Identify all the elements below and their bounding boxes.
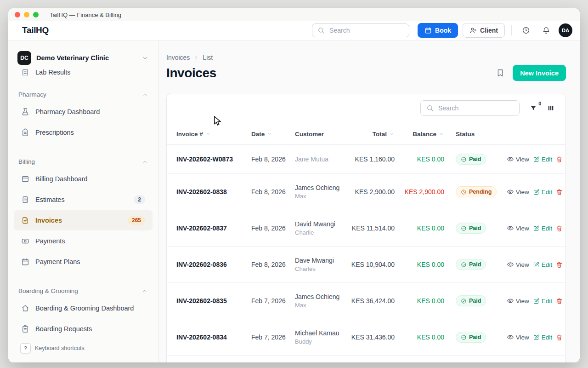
invoice-total: KES 10,904.00 [351, 261, 395, 268]
topbar: TailHQ Book Client DA [8, 21, 580, 41]
edit-icon [533, 261, 540, 268]
sidebar-item-label: Boarding & Grooming Dashboard [35, 305, 134, 312]
delete-button[interactable] [556, 298, 563, 305]
clinic-selector[interactable]: DC Demo Veterinary Clinic [17, 50, 149, 66]
delete-button[interactable] [556, 156, 563, 163]
sidebar-item-label: Payment Plans [35, 258, 80, 265]
invoice-total: KES 11,514.00 [351, 224, 395, 232]
invoice-date: Feb 8, 2026 [251, 155, 295, 163]
global-search[interactable] [312, 23, 409, 37]
minimize-window-button[interactable] [24, 12, 29, 17]
edit-button[interactable]: Edit [533, 334, 552, 341]
delete-button[interactable] [556, 261, 563, 268]
edit-button[interactable]: Edit [533, 189, 552, 196]
invoice-customer: James OchiengMax [295, 184, 351, 200]
eye-icon [507, 188, 514, 196]
columns-button[interactable] [547, 104, 554, 112]
sidebar-item-invoices[interactable]: Invoices265 [14, 210, 153, 230]
notifications-button[interactable] [538, 23, 554, 37]
clinic-avatar: DC [17, 51, 31, 65]
calendar-icon [424, 27, 432, 34]
status-badge: Pending [456, 186, 497, 197]
sidebar-section-title: Pharmacy [18, 91, 46, 98]
sidebar-section-toggle-pharmacy[interactable]: Pharmacy [18, 91, 148, 98]
view-button[interactable]: View [507, 155, 529, 163]
title-actions: New Invoice [495, 65, 566, 81]
table-search[interactable] [420, 100, 520, 116]
breadcrumb-invoices[interactable]: Invoices [166, 54, 190, 61]
filter-button[interactable]: 0 [530, 104, 537, 112]
column-header-invoice[interactable]: Invoice # [176, 131, 251, 138]
sidebar-item-estimates[interactable]: Estimates2 [14, 190, 153, 210]
desktop: TailHQ — Finance & Billing TailHQ Book C… [0, 0, 588, 368]
new-invoice-button[interactable]: New Invoice [513, 65, 566, 81]
sidebar-section-title: Boarding & Grooming [18, 288, 78, 294]
invoice-row[interactable]: INV-202602-0838Feb 8, 2026James OchiengM… [167, 174, 565, 210]
calendar-icon [21, 258, 29, 266]
edit-icon [533, 189, 540, 196]
close-window-button[interactable] [15, 12, 20, 17]
view-button[interactable]: View [507, 261, 529, 268]
edit-button[interactable]: Edit [533, 298, 552, 305]
sidebar-section-toggle-boarding-grooming[interactable]: Boarding & Grooming [18, 288, 148, 294]
sidebar-section-toggle-billing[interactable]: Billing [18, 158, 148, 165]
check-circle-icon [461, 298, 467, 304]
app-logo[interactable]: TailHQ [22, 25, 49, 35]
trash-icon [556, 225, 563, 232]
edit-button[interactable]: Edit [533, 225, 552, 232]
user-avatar[interactable]: DA [559, 23, 572, 37]
book-button[interactable]: Book [418, 23, 458, 38]
invoice-status: Pending [444, 186, 504, 197]
zoom-window-button[interactable] [33, 12, 39, 17]
invoice-customer: David MwangiCharlie [295, 220, 351, 236]
edit-button[interactable]: Edit [533, 156, 552, 163]
view-button[interactable]: View [507, 188, 529, 196]
invoice-row[interactable]: INV-202602-0835Feb 7, 2026James OchiengM… [167, 283, 565, 319]
status-badge: Paid [456, 332, 486, 343]
file-text-icon [21, 216, 29, 224]
invoice-status: Paid [444, 223, 504, 234]
column-header-date[interactable]: Date [251, 131, 295, 138]
invoice-row[interactable]: INV-202602-0837Feb 8, 2026David MwangiCh… [167, 210, 565, 247]
trash-icon [556, 156, 563, 163]
edit-button[interactable]: Edit [533, 261, 552, 268]
view-button[interactable]: View [507, 297, 529, 305]
column-header-total[interactable]: Total [351, 131, 395, 138]
table-filler [167, 356, 565, 362]
invoice-customer: Dave MwangiCharles [295, 257, 351, 272]
row-actions: ViewEdit [504, 224, 563, 232]
global-search-input[interactable] [328, 26, 404, 34]
invoice-row[interactable]: INV-202602-0834Feb 7, 2026Michael KamauB… [167, 319, 565, 356]
clock-icon [461, 189, 467, 195]
app-body: DC Demo Veterinary Clinic Lab Results Ph… [8, 41, 580, 362]
delete-button[interactable] [556, 334, 563, 341]
history-button[interactable] [518, 23, 534, 37]
clock-icon [522, 26, 530, 34]
delete-button[interactable] [556, 189, 563, 196]
pet-name: Charles [295, 265, 316, 272]
column-header-balance[interactable]: Balance [395, 131, 444, 138]
table-search-input[interactable] [437, 104, 514, 112]
invoice-number: INV-202602-0837 [176, 224, 251, 232]
invoice-row[interactable]: INV-202602-W0873Feb 8, 2026Jane MutuaKES… [167, 145, 565, 174]
keyboard-shortcuts[interactable]: ? Keyboard shortcuts [17, 339, 149, 358]
sidebar-item-payment-plans[interactable]: Payment Plans [14, 252, 153, 272]
breadcrumb-list[interactable]: List [203, 54, 213, 61]
bookmark-button[interactable] [495, 68, 505, 78]
sidebar-item-pharmacy-dashboard[interactable]: Pharmacy Dashboard [14, 102, 153, 122]
view-button[interactable]: View [507, 334, 529, 341]
sidebar-item-label: Estimates [35, 196, 65, 203]
delete-button[interactable] [556, 225, 563, 232]
client-button[interactable]: Client [463, 23, 505, 38]
sidebar-item-prescriptions[interactable]: Prescriptions [14, 122, 153, 143]
chevron-down-icon [141, 54, 149, 62]
view-button[interactable]: View [507, 224, 529, 232]
sidebar-item-billing-dashboard[interactable]: Billing Dashboard [14, 169, 153, 189]
sidebar-item-payments[interactable]: Payments [14, 231, 153, 251]
invoice-row[interactable]: INV-202602-0836Feb 8, 2026Dave MwangiCha… [167, 247, 565, 283]
sidebar-item-boarding-requests[interactable]: Boarding Requests [14, 319, 153, 339]
customer-name: Jane Mutua [295, 155, 328, 163]
sidebar-item-lab-results[interactable]: Lab Results [17, 69, 149, 75]
status-badge: Paid [456, 223, 486, 234]
sidebar-item-boarding-grooming-dashboard[interactable]: Boarding & Grooming Dashboard [14, 298, 153, 318]
